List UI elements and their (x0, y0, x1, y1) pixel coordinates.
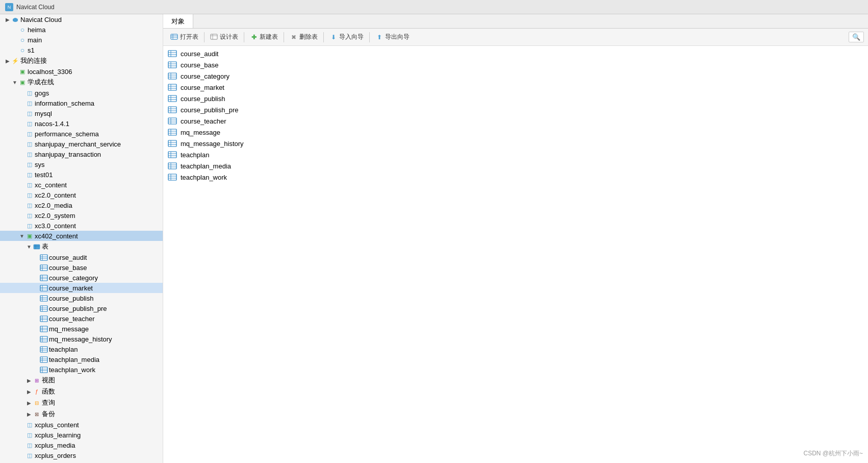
sidebar-table-course-audit[interactable]: course_audit (0, 252, 163, 262)
list-item-course-category[interactable]: course_category (163, 70, 868, 82)
sidebar-item-tables[interactable]: ▼ 表 (0, 241, 163, 252)
sidebar-item-main[interactable]: ○ main (0, 35, 163, 45)
separator (369, 32, 370, 42)
sidebar-item-localhost[interactable]: ▣ localhost_3306 (0, 66, 163, 77)
sidebar-item-xc30-content[interactable]: ◫ xc3.0_content (0, 221, 163, 231)
sidebar-item-mysql[interactable]: ◫ mysql (0, 108, 163, 118)
import-wizard-label: 导入向导 (339, 33, 364, 41)
design-table-label: 设计表 (220, 33, 238, 41)
design-table-button[interactable]: 设计表 (207, 31, 241, 43)
sidebar-item-heima[interactable]: ○ heima (0, 25, 163, 35)
list-item-course-base[interactable]: course_base (163, 59, 868, 70)
sidebar-item-performance-schema[interactable]: ◫ performance_schema (0, 129, 163, 139)
circle-icon: ○ (18, 26, 27, 34)
sidebar-table-teachplan-work[interactable]: teachplan_work (0, 364, 163, 375)
table-name: teachplan_work (49, 366, 95, 374)
expand-icon (11, 36, 18, 43)
sidebar-item-functions[interactable]: ▶ ƒ 函数 (0, 386, 163, 397)
app-icon: N (5, 3, 13, 11)
spacer (33, 335, 40, 343)
sidebar-item-xcplus-system[interactable]: ◫ xcplus_system (0, 460, 163, 463)
sidebar-item-s1[interactable]: ○ s1 (0, 45, 163, 55)
sidebar-table-course-publish[interactable]: course_publish (0, 293, 163, 303)
sidebar-table-teachplan-media[interactable]: teachplan_media (0, 354, 163, 364)
tab-objects[interactable]: 对象 (163, 14, 193, 28)
sidebar-item-xcplus-orders[interactable]: ◫ xcplus_orders (0, 450, 163, 460)
sidebar-table-mq-message[interactable]: mq_message (0, 324, 163, 334)
svg-point-3 (14, 18, 17, 20)
sidebar-item-shanjupay-merchant[interactable]: ◫ shanjupay_merchant_service (0, 139, 163, 149)
navicat-cloud-label: Navicat Cloud (20, 16, 62, 23)
list-item-course-teacher[interactable]: course_teacher (163, 115, 868, 127)
list-item-mq-message-history[interactable]: mq_message_history (163, 138, 868, 149)
table-icon (40, 325, 48, 333)
sidebar-item-information-schema[interactable]: ◫ information_schema (0, 98, 163, 108)
db-label: xc2.0_media (35, 202, 72, 209)
svg-rect-74 (168, 84, 176, 90)
sidebar-item-test01[interactable]: ◫ test01 (0, 169, 163, 180)
open-table-button[interactable]: 打开表 (167, 31, 201, 43)
table-name-label: mq_message (181, 129, 220, 136)
sidebar-table-course-base[interactable]: course_base (0, 262, 163, 273)
list-item-course-market[interactable]: course_market (163, 82, 868, 93)
table-icon (167, 162, 177, 170)
list-item-teachplan-media[interactable]: teachplan_media (163, 160, 868, 172)
sidebar-table-course-teacher[interactable]: course_teacher (0, 313, 163, 324)
new-table-icon: ✚ (250, 33, 258, 41)
table-icon (40, 345, 48, 353)
svg-rect-35 (40, 326, 47, 332)
table-name-label: course_publish_pre (181, 106, 238, 114)
db-label: xcplus_learning (35, 431, 81, 439)
db-table-icon: ◫ (25, 140, 34, 148)
db-label: test01 (35, 171, 53, 179)
export-wizard-button[interactable]: ⬆ 导出向导 (372, 31, 413, 43)
table-icon (167, 94, 177, 103)
sidebar-item-xcplus-media[interactable]: ◫ xcplus_media (0, 440, 163, 450)
expand-icon (18, 442, 25, 449)
sidebar-item-xcplus-learning[interactable]: ◫ xcplus_learning (0, 430, 163, 440)
expand-icon (18, 212, 25, 219)
sidebar-item-queries[interactable]: ▶ ⊟ 查询 (0, 397, 163, 408)
myconnection-label: 我的连接 (20, 56, 47, 65)
import-wizard-button[interactable]: ⬇ 导入向导 (326, 31, 367, 43)
sidebar-table-course-market[interactable]: course_market (0, 283, 163, 293)
list-item-teachplan[interactable]: teachplan (163, 149, 868, 160)
tables-folder-icon (33, 242, 41, 251)
sidebar-item-xc-content[interactable]: ◫ xc_content (0, 180, 163, 190)
db-table-icon: ◫ (25, 421, 34, 429)
list-item-course-audit[interactable]: course_audit (163, 48, 868, 59)
table-icon (40, 274, 48, 282)
sidebar-table-course-category[interactable]: course_category (0, 273, 163, 283)
expand-icon (11, 46, 18, 54)
sidebar-item-xc20-system[interactable]: ◫ xc2.0_system (0, 210, 163, 221)
sidebar-table-course-publish-pre[interactable]: course_publish_pre (0, 303, 163, 313)
sidebar-item-xuecheng[interactable]: ▼ ▣ 学成在线 (0, 77, 163, 88)
sidebar-item-gogs[interactable]: ◫ gogs (0, 88, 163, 98)
sidebar-item-shanjupay-transaction[interactable]: ◫ shanjupay_transaction (0, 149, 163, 159)
list-item-course-publish-pre[interactable]: course_publish_pre (163, 104, 868, 115)
sidebar-table-mq-message-history[interactable]: mq_message_history (0, 334, 163, 344)
sidebar-item-views[interactable]: ▶ ⊞ 视图 (0, 375, 163, 386)
sidebar-item-xcplus-content[interactable]: ◫ xcplus_content (0, 420, 163, 430)
sidebar-item-xc20-media[interactable]: ◫ xc2.0_media (0, 200, 163, 210)
sidebar-item-navicat-cloud[interactable]: ▶ Navicat Cloud (0, 14, 163, 25)
expand-icon (11, 68, 18, 75)
table-icon (40, 294, 48, 302)
new-table-button[interactable]: ✚ 新建表 (247, 31, 281, 43)
expand-icon (18, 202, 25, 209)
sidebar-item-xc402-content[interactable]: ▼ ▣ xc402_content (0, 231, 163, 241)
delete-table-button[interactable]: ✖ 删除表 (287, 31, 321, 43)
sidebar-item-sys[interactable]: ◫ sys (0, 159, 163, 169)
sidebar-item-xc20-content[interactable]: ◫ xc2.0_content (0, 190, 163, 200)
list-item-course-publish[interactable]: course_publish (163, 93, 868, 104)
sidebar-item-nacos[interactable]: ◫ nacos-1.4.1 (0, 118, 163, 129)
list-item-mq-message[interactable]: mq_message (163, 127, 868, 138)
table-name-label: course_audit (181, 50, 218, 58)
sidebar-item-backups[interactable]: ▶ ⊠ 备份 (0, 408, 163, 420)
sidebar-item-myconnection[interactable]: ▶ ⚡ 我的连接 (0, 55, 163, 66)
table-icon (167, 139, 177, 148)
sidebar-table-teachplan[interactable]: teachplan (0, 344, 163, 354)
table-name: teachplan (49, 346, 78, 353)
list-item-teachplan-work[interactable]: teachplan_work (163, 172, 868, 183)
svg-rect-66 (168, 62, 176, 68)
